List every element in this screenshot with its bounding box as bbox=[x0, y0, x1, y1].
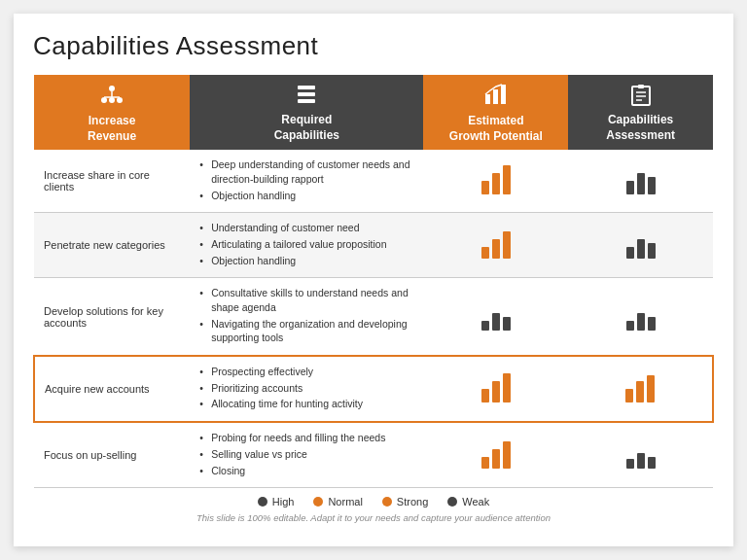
capability-item: Prioritizing accounts bbox=[199, 381, 413, 396]
capability-item: Closing bbox=[199, 464, 413, 478]
header-required-capabilities: RequiredCapabilities bbox=[190, 75, 423, 150]
bar bbox=[492, 449, 500, 469]
legend-strong-label: Strong bbox=[397, 496, 428, 508]
assessment-chart-cell bbox=[568, 150, 713, 213]
network-icon bbox=[98, 81, 125, 111]
growth-chart-cell bbox=[423, 150, 568, 213]
capabilities-table: IncreaseRevenue bbox=[33, 75, 714, 488]
bar-chart bbox=[481, 439, 511, 469]
bar-chart bbox=[481, 301, 511, 331]
bar-chart bbox=[626, 229, 656, 259]
header-increase-revenue-label: IncreaseRevenue bbox=[88, 114, 136, 144]
bar bbox=[492, 313, 500, 331]
bar bbox=[648, 317, 656, 331]
slide: Capabilities Assessment bbox=[14, 14, 733, 546]
capabilities-cell: Probing for needs and filling the needsS… bbox=[190, 422, 423, 488]
capability-item: Objection handling bbox=[199, 189, 413, 203]
capabilities-cell: Deep understanding of customer needs and… bbox=[190, 150, 423, 213]
bar-chart bbox=[481, 165, 511, 194]
bar-chart bbox=[625, 373, 655, 402]
bar bbox=[648, 457, 656, 469]
bar bbox=[626, 181, 634, 194]
bar bbox=[647, 375, 655, 402]
capabilities-cell: Consultative skills to understand needs … bbox=[190, 278, 423, 356]
table-row: Increase share in core clientsDeep under… bbox=[34, 150, 713, 213]
legend-weak-label: Weak bbox=[462, 496, 489, 508]
growth-chart-cell bbox=[423, 422, 568, 488]
table-row: Penetrate new categoriesUnderstanding of… bbox=[34, 213, 713, 278]
bar bbox=[481, 457, 489, 469]
header-capabilities-assessment-label: CapabilitiesAssessment bbox=[606, 113, 675, 143]
header-increase-revenue: IncreaseRevenue bbox=[34, 75, 190, 150]
stack-icon bbox=[294, 82, 319, 110]
capability-item: Prospecting effectively bbox=[199, 365, 413, 379]
bar bbox=[648, 243, 656, 259]
row-label: Penetrate new categories bbox=[34, 213, 190, 278]
bar bbox=[636, 381, 644, 402]
assessment-chart-cell bbox=[568, 278, 713, 356]
bar bbox=[626, 247, 634, 259]
header-capabilities-assessment: CapabilitiesAssessment bbox=[568, 75, 713, 150]
bar bbox=[637, 173, 645, 194]
capability-item: Objection handling bbox=[199, 254, 413, 268]
svg-rect-13 bbox=[493, 89, 498, 104]
row-label: Focus on up-selling bbox=[34, 422, 190, 488]
bar bbox=[626, 459, 634, 469]
bar bbox=[626, 321, 634, 331]
bar bbox=[492, 381, 500, 402]
svg-point-0 bbox=[109, 86, 115, 91]
row-label: Increase share in core clients bbox=[34, 150, 190, 213]
chart-up-icon bbox=[482, 81, 510, 111]
header-estimated-growth-label: EstimatedGrowth Potential bbox=[449, 114, 543, 144]
svg-rect-14 bbox=[501, 85, 506, 104]
legend-weak-dot bbox=[447, 497, 457, 507]
capability-item: Navigating the organization and developi… bbox=[199, 317, 413, 345]
footer-note: This slide is 100% editable. Adapt it to… bbox=[33, 512, 714, 523]
bar-chart bbox=[626, 301, 656, 331]
capabilities-cell: Prospecting effectivelyPrioritizing acco… bbox=[190, 356, 423, 422]
bar-chart bbox=[626, 165, 656, 194]
svg-point-3 bbox=[109, 97, 115, 103]
legend-high-label: High bbox=[272, 496, 295, 508]
growth-chart-cell bbox=[423, 356, 568, 422]
bar-chart bbox=[481, 229, 511, 259]
capability-item: Understanding of customer need bbox=[199, 221, 413, 235]
table-row: Focus on up-sellingProbing for needs and… bbox=[34, 422, 713, 488]
svg-point-2 bbox=[117, 97, 123, 103]
bar bbox=[637, 453, 645, 469]
header-required-capabilities-label: RequiredCapabilities bbox=[274, 113, 339, 143]
clipboard-icon bbox=[629, 82, 653, 110]
bar bbox=[637, 313, 645, 331]
legend: High Normal Strong Weak bbox=[33, 496, 714, 508]
svg-point-1 bbox=[101, 97, 107, 103]
bar bbox=[492, 173, 500, 194]
capability-item: Allocating time for hunting activity bbox=[199, 397, 413, 411]
table-row: Develop solutions for key accountsConsul… bbox=[34, 278, 713, 356]
growth-chart-cell bbox=[423, 278, 568, 356]
assessment-chart-cell bbox=[568, 213, 713, 278]
bar bbox=[625, 389, 633, 402]
capability-item: Probing for needs and filling the needs bbox=[199, 431, 413, 445]
bar bbox=[503, 231, 511, 259]
svg-rect-9 bbox=[298, 86, 315, 89]
bar bbox=[492, 239, 500, 259]
capability-item: Consultative skills to understand needs … bbox=[199, 286, 413, 314]
bar bbox=[481, 389, 489, 402]
table-row: Acquire new accountsProspecting effectiv… bbox=[34, 356, 713, 422]
bar bbox=[481, 247, 489, 259]
legend-strong-dot bbox=[382, 497, 392, 507]
bar bbox=[648, 177, 656, 194]
capabilities-cell: Understanding of customer needArticulati… bbox=[190, 213, 423, 278]
bar bbox=[637, 239, 645, 259]
svg-rect-16 bbox=[638, 85, 644, 88]
legend-normal-dot bbox=[313, 497, 323, 507]
bar bbox=[503, 317, 511, 331]
legend-weak: Weak bbox=[447, 496, 489, 508]
legend-normal-label: Normal bbox=[328, 496, 362, 508]
legend-normal: Normal bbox=[313, 496, 362, 508]
page-title: Capabilities Assessment bbox=[33, 31, 714, 61]
capability-item: Articulating a tailored value propositio… bbox=[199, 237, 413, 252]
legend-high-dot bbox=[258, 497, 267, 507]
growth-chart-cell bbox=[423, 213, 568, 278]
bar bbox=[503, 441, 511, 469]
